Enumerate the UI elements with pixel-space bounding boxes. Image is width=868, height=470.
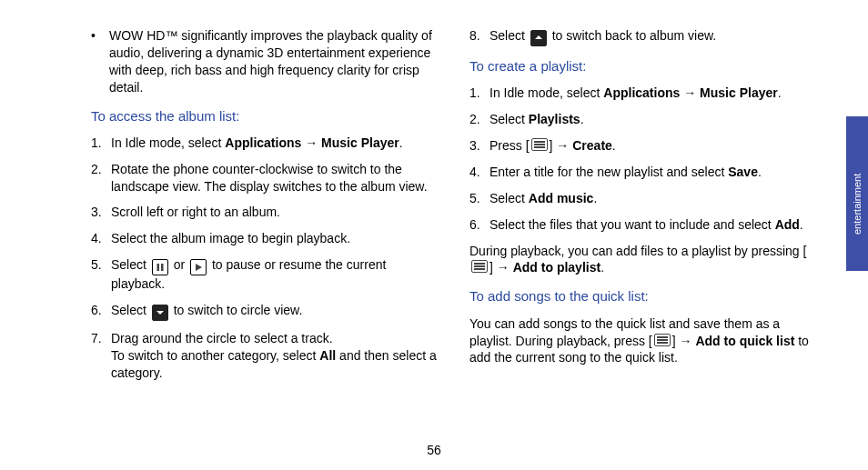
step-number: 6. <box>469 216 490 234</box>
step-text: Drag around the circle to select a track… <box>111 330 437 382</box>
list-item: 2. Rotate the phone counter-clockwise to… <box>91 161 437 195</box>
step-text: Select to switch to circle view. <box>111 302 437 321</box>
list-item: 2. Select Playlists. <box>469 111 815 128</box>
menu-icon <box>654 334 671 346</box>
menu-icon <box>471 260 488 273</box>
bullet-dot: • <box>91 27 109 96</box>
list-item: 3. Scroll left or right to an album. <box>91 204 437 221</box>
bullet-text: WOW HD™ significantly improves the playb… <box>109 27 437 96</box>
step-number: 3. <box>91 204 111 221</box>
list-item: 1. In Idle mode, select Applications → M… <box>469 85 815 102</box>
side-tab: entertainment <box>846 116 868 271</box>
left-column: • WOW HD™ significantly improves the pla… <box>91 27 437 391</box>
svg-marker-3 <box>156 311 164 315</box>
list-item: 6. Select the files that you want to inc… <box>469 216 815 234</box>
album-steps: 1. In Idle mode, select Applications → M… <box>91 135 437 382</box>
side-tab-label: entertainment <box>852 176 863 235</box>
step-number: 5. <box>469 190 490 207</box>
svg-marker-2 <box>196 264 202 271</box>
svg-rect-1 <box>161 264 164 271</box>
page-content: • WOW HD™ significantly improves the pla… <box>0 0 868 391</box>
step-text: Select Playlists. <box>490 111 815 128</box>
section-title-playlist: To create a playlist: <box>469 57 815 75</box>
step-number: 1. <box>469 85 490 102</box>
svg-marker-4 <box>535 35 542 39</box>
step-number: 8. <box>469 27 490 46</box>
list-item: 4. Enter a title for the new playlist an… <box>469 164 815 181</box>
step-text: Select the files that you want to includ… <box>490 216 815 234</box>
section-title-album: To access the album list: <box>91 107 437 125</box>
list-item: 6. Select to switch to circle view. <box>91 302 437 321</box>
step-number: 4. <box>469 164 490 181</box>
step-number: 5. <box>91 256 111 293</box>
step-text: Select the album image to begin playback… <box>111 230 437 247</box>
step-number: 2. <box>91 161 111 195</box>
step-text: Scroll left or right to an album. <box>111 204 437 221</box>
circle-view-icon <box>152 305 168 321</box>
list-item: 8. Select to switch back to album view. <box>469 27 815 46</box>
step-text: Select to switch back to album view. <box>490 27 815 46</box>
step-text: Rotate the phone counter-clockwise to sw… <box>111 161 437 195</box>
page-number: 56 <box>0 443 868 457</box>
list-item: 5. Select Add music. <box>469 190 815 207</box>
step-text: Select Add music. <box>490 190 815 207</box>
step-number: 2. <box>469 111 490 128</box>
svg-rect-0 <box>156 264 159 271</box>
step-text: In Idle mode, select Applications → Musi… <box>111 135 437 152</box>
step-number: 3. <box>469 137 490 155</box>
playlist-steps: 1. In Idle mode, select Applications → M… <box>469 85 815 233</box>
menu-icon <box>531 138 548 151</box>
step-number: 1. <box>91 135 111 152</box>
list-item: 1. In Idle mode, select Applications → M… <box>91 135 437 152</box>
step-number: 6. <box>91 302 111 321</box>
paragraph-quicklist: You can add songs to the quick list and … <box>469 315 815 367</box>
step-text: Press [] → Create. <box>490 137 815 155</box>
paragraph-during-playback: During playback, you can add files to a … <box>469 243 815 277</box>
step-text: In Idle mode, select Applications → Musi… <box>490 85 815 102</box>
album-view-icon <box>530 30 547 46</box>
play-icon <box>190 259 207 275</box>
section-title-quicklist: To add songs to the quick list: <box>469 287 815 305</box>
list-item: 4. Select the album image to begin playb… <box>91 230 437 247</box>
list-item: 5. Select or to pause or resume the curr… <box>91 256 437 293</box>
step-number: 4. <box>91 230 111 247</box>
step-text: Select or to pause or resume the current… <box>111 256 437 293</box>
list-item: 3. Press [] → Create. <box>469 137 815 155</box>
step-text: Enter a title for the new playlist and s… <box>490 164 815 181</box>
bullet-wow: • WOW HD™ significantly improves the pla… <box>91 27 437 96</box>
step-number: 7. <box>91 330 111 382</box>
right-column: 8. Select to switch back to album view. … <box>469 27 815 391</box>
album-steps-cont: 8. Select to switch back to album view. <box>469 27 815 46</box>
pause-icon <box>152 259 168 275</box>
list-item: 7. Drag around the circle to select a tr… <box>91 330 437 382</box>
